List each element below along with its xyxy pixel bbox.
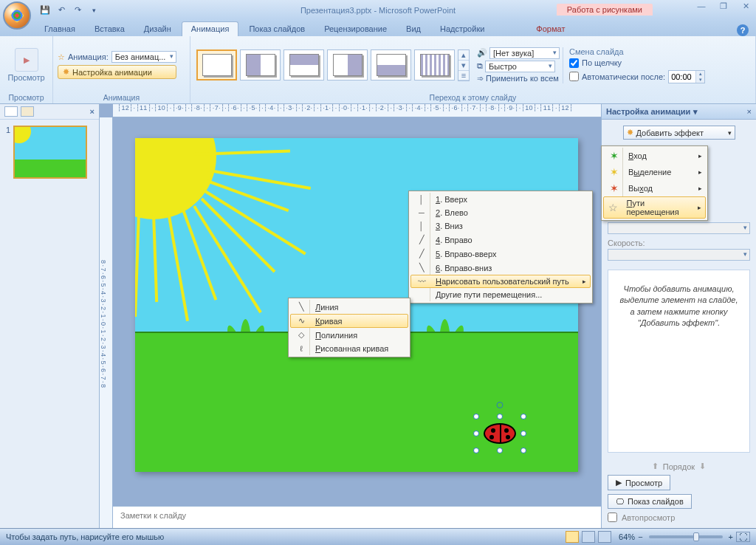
preview-label: Просмотр <box>7 73 44 82</box>
zoom-out-icon[interactable]: − <box>638 532 642 541</box>
motion-more[interactable]: Другие пути перемещения... <box>410 288 591 301</box>
on-click-checkbox[interactable] <box>569 58 579 68</box>
tab-format[interactable]: Формат <box>527 22 574 36</box>
add-effect-menu: ✶Вход▸ ✶Выделение▸ ✶Выход▸ ☆Пути перемещ… <box>601 145 708 221</box>
tab-home[interactable]: Главная <box>35 22 84 36</box>
ladybug-shape[interactable] <box>481 421 519 446</box>
preview-anim-button[interactable]: ▶Просмотр <box>608 475 670 490</box>
emphasis-icon: ✶ <box>610 166 619 178</box>
auto-time-spinner[interactable]: ▴▾ <box>668 70 705 83</box>
exit-icon: ✶ <box>610 182 619 194</box>
normal-view-button[interactable] <box>566 531 579 543</box>
status-bar: Чтобы задать путь, нарисуйте его мышью 6… <box>0 528 756 545</box>
transition-item[interactable] <box>284 49 324 80</box>
custom-animation-button[interactable]: ✸ Настройка анимации <box>58 65 176 79</box>
menu-exit[interactable]: ✶Выход▸ <box>603 180 706 196</box>
anim-speed-combo <box>608 249 750 261</box>
sound-combo[interactable]: [Нет звука] <box>489 47 560 59</box>
minimize-icon[interactable]: — <box>694 1 709 11</box>
task-pane-title: Настройка анимации <box>606 107 690 116</box>
slideshow-view-button[interactable] <box>598 531 611 543</box>
add-effect-button[interactable]: ✸ Добавить эффект <box>623 126 735 140</box>
play-icon: ▶ <box>616 478 622 487</box>
rotate-handle[interactable] <box>497 402 504 408</box>
redo-icon[interactable]: ↷ <box>71 4 84 17</box>
group-transition-label: Переход к этому слайду <box>195 92 751 102</box>
task-pane-dropdown-icon[interactable]: ▾ <box>693 107 698 117</box>
task-pane-hint: Чтобы добавить анимацию, выделите элемен… <box>608 270 750 453</box>
up-line-icon: │ <box>413 195 430 204</box>
gallery-scroll[interactable]: ▴▾≡ <box>458 49 470 81</box>
selection-handles[interactable] <box>476 417 523 450</box>
draw-path-menu: ╲Линия ∿Кривая ◇Полилиния ℓРисованная кр… <box>288 298 410 357</box>
motion-up[interactable]: │1. Вверх <box>410 193 591 206</box>
ribbon-tabs: Главная Вставка Дизайн Анимация Показ сл… <box>0 20 756 36</box>
line-icon: ╲ <box>293 302 309 312</box>
reorder-label: Порядок <box>663 462 695 471</box>
task-pane-close-icon[interactable]: × <box>747 107 752 116</box>
menu-entrance[interactable]: ✶Вход▸ <box>603 148 706 164</box>
zoom-value[interactable]: 64% <box>619 532 635 541</box>
tab-design[interactable]: Дизайн <box>135 22 180 36</box>
maximize-icon[interactable]: ❐ <box>716 1 731 11</box>
close-icon[interactable]: ✕ <box>738 1 753 11</box>
auto-after-checkbox[interactable] <box>569 72 579 81</box>
animate-label: Анимация: <box>68 52 109 61</box>
speed-combo[interactable]: Быстро <box>485 61 555 72</box>
group-preview-label: Просмотр <box>4 92 48 102</box>
office-button[interactable] <box>3 1 31 30</box>
slide-thumbnail-1[interactable]: 1 <box>6 126 93 179</box>
slideshow-button[interactable]: 🖵Показ слайдов <box>608 494 692 509</box>
motion-right[interactable]: ╱4. Вправо <box>410 233 591 247</box>
save-icon[interactable]: 💾 <box>38 4 52 17</box>
outline-tab-icon[interactable] <box>21 106 34 117</box>
tab-animation[interactable]: Анимация <box>182 21 239 36</box>
fit-window-icon[interactable]: ⛶ <box>736 532 750 542</box>
motion-downright[interactable]: ╲6. Вправо-вниз <box>410 261 591 275</box>
sun-shape[interactable] <box>135 138 216 219</box>
animate-combo[interactable]: Без анимац... <box>111 51 177 63</box>
transition-none[interactable] <box>196 49 237 80</box>
scribble-icon: 〰 <box>413 277 430 286</box>
motion-left[interactable]: ─2. Влево <box>410 206 591 219</box>
autopreview-checkbox[interactable] <box>608 513 617 522</box>
draw-scribble[interactable]: ℓРисованная кривая <box>290 342 408 355</box>
apply-all-button[interactable]: ➾Применить ко всем <box>477 74 560 83</box>
transition-item[interactable] <box>240 49 281 80</box>
menu-emphasis[interactable]: ✶Выделение▸ <box>603 164 706 180</box>
tab-review[interactable]: Рецензирование <box>315 22 396 36</box>
zoom-slider[interactable] <box>649 535 723 538</box>
preview-button[interactable]: ▶ Просмотр <box>4 47 47 83</box>
transition-item[interactable] <box>327 49 368 80</box>
slides-tab-icon[interactable] <box>4 106 18 117</box>
tab-insert[interactable]: Вставка <box>86 22 134 36</box>
draw-curve[interactable]: ∿Кривая <box>290 314 408 328</box>
gear-star-icon: ✸ <box>63 67 69 77</box>
tab-slideshow[interactable]: Показ слайдов <box>240 22 314 36</box>
transition-gallery: ▴▾≡ <box>195 48 471 83</box>
tab-addins[interactable]: Надстройки <box>431 22 493 36</box>
undo-icon[interactable]: ↶ <box>55 4 68 17</box>
transition-item[interactable] <box>414 49 455 80</box>
add-effect-label: Добавить эффект <box>636 128 704 137</box>
diag-up-icon: ╱ <box>413 249 430 258</box>
transition-item[interactable] <box>371 49 411 80</box>
draw-freeform[interactable]: ◇Полилиния <box>290 328 408 342</box>
auto-time-input[interactable] <box>669 71 695 83</box>
help-icon[interactable]: ? <box>737 24 749 36</box>
status-message: Чтобы задать путь, нарисуйте его мышью <box>6 532 164 541</box>
qat-dropdown-icon[interactable]: ▾ <box>87 4 100 17</box>
on-click-label: По щелчку <box>582 58 622 67</box>
motion-draw-custom[interactable]: 〰Нарисовать пользовательский путь▸ <box>410 275 591 288</box>
motion-down[interactable]: │3. Вниз <box>410 219 591 233</box>
motion-upright[interactable]: ╱5. Вправо-вверх <box>410 247 591 261</box>
notes-pane[interactable]: Заметки к слайду <box>113 506 601 528</box>
move-up-icon: ⬆ <box>652 462 659 471</box>
draw-line[interactable]: ╲Линия <box>290 300 408 314</box>
zoom-in-icon[interactable]: + <box>729 532 733 541</box>
sorter-view-button[interactable] <box>582 531 595 543</box>
menu-motion-paths[interactable]: ☆Пути перемещения▸ <box>603 196 706 219</box>
panel-close-icon[interactable]: × <box>90 107 94 116</box>
left-line-icon: ─ <box>413 208 430 217</box>
tab-view[interactable]: Вид <box>397 22 430 36</box>
